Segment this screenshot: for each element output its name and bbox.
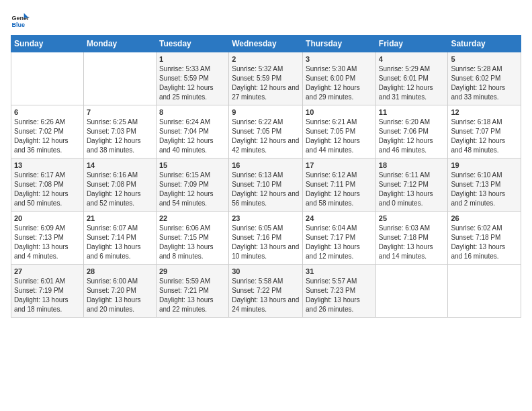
day-number: 2 xyxy=(232,55,300,63)
calendar-cell: 18Sunrise: 6:11 AMSunset: 7:12 PMDayligh… xyxy=(375,158,448,212)
day-number: 9 xyxy=(232,108,300,116)
day-info: Sunrise: 6:01 AMSunset: 7:19 PMDaylight:… xyxy=(14,277,81,314)
day-info: Sunrise: 6:20 AMSunset: 7:06 PMDaylight:… xyxy=(379,118,445,155)
day-number: 4 xyxy=(379,55,445,63)
day-number: 31 xyxy=(306,267,373,275)
weekday-header: Wednesday xyxy=(229,36,303,52)
day-number: 23 xyxy=(232,214,300,222)
day-info: Sunrise: 6:12 AMSunset: 7:11 PMDaylight:… xyxy=(306,171,373,208)
day-info: Sunrise: 5:32 AMSunset: 5:59 PMDaylight:… xyxy=(232,64,300,102)
day-info: Sunrise: 6:04 AMSunset: 7:17 PMDaylight:… xyxy=(306,224,373,261)
calendar-week-row: 13Sunrise: 6:17 AMSunset: 7:08 PMDayligh… xyxy=(11,158,521,212)
day-number: 14 xyxy=(87,161,153,169)
calendar-cell: 28Sunrise: 6:00 AMSunset: 7:20 PMDayligh… xyxy=(83,265,156,318)
calendar-cell: 3Sunrise: 5:30 AMSunset: 6:00 PMDaylight… xyxy=(303,52,376,105)
day-number: 21 xyxy=(87,214,153,222)
logo-icon: General Blue xyxy=(11,11,30,30)
calendar-cell: 25Sunrise: 6:03 AMSunset: 7:18 PMDayligh… xyxy=(375,212,448,265)
day-info: Sunrise: 6:05 AMSunset: 7:16 PMDaylight:… xyxy=(232,224,300,261)
weekday-header: Friday xyxy=(375,36,448,52)
weekday-header: Sunday xyxy=(11,36,84,52)
day-info: Sunrise: 5:28 AMSunset: 6:02 PMDaylight:… xyxy=(451,64,518,102)
calendar-cell: 26Sunrise: 6:02 AMSunset: 7:18 PMDayligh… xyxy=(448,212,521,265)
page-header: General Blue xyxy=(11,11,521,30)
day-info: Sunrise: 6:25 AMSunset: 7:03 PMDaylight:… xyxy=(87,118,153,155)
day-number: 6 xyxy=(14,108,81,116)
day-number: 20 xyxy=(14,214,81,222)
logo: General Blue xyxy=(11,11,30,30)
day-info: Sunrise: 6:03 AMSunset: 7:18 PMDaylight:… xyxy=(379,224,445,261)
calendar-cell xyxy=(11,52,84,105)
day-number: 22 xyxy=(159,214,226,222)
day-info: Sunrise: 6:21 AMSunset: 7:05 PMDaylight:… xyxy=(306,118,373,155)
calendar-cell: 5Sunrise: 5:28 AMSunset: 6:02 PMDaylight… xyxy=(448,52,521,105)
calendar-cell xyxy=(375,265,448,318)
day-number: 7 xyxy=(87,108,153,116)
day-number: 11 xyxy=(379,108,445,116)
day-number: 19 xyxy=(451,161,518,169)
day-number: 5 xyxy=(451,55,518,63)
calendar-cell: 13Sunrise: 6:17 AMSunset: 7:08 PMDayligh… xyxy=(11,158,84,212)
day-number: 10 xyxy=(306,108,373,116)
day-info: Sunrise: 6:06 AMSunset: 7:15 PMDaylight:… xyxy=(159,224,226,261)
day-number: 26 xyxy=(451,214,518,222)
day-info: Sunrise: 6:26 AMSunset: 7:02 PMDaylight:… xyxy=(14,118,81,155)
weekday-header: Monday xyxy=(83,36,156,52)
calendar-cell: 27Sunrise: 6:01 AMSunset: 7:19 PMDayligh… xyxy=(11,265,84,318)
calendar-cell: 22Sunrise: 6:06 AMSunset: 7:15 PMDayligh… xyxy=(156,212,228,265)
day-number: 13 xyxy=(14,161,81,169)
calendar-cell: 7Sunrise: 6:25 AMSunset: 7:03 PMDaylight… xyxy=(83,105,156,158)
day-number: 12 xyxy=(451,108,518,116)
day-number: 29 xyxy=(159,267,226,275)
calendar-cell: 17Sunrise: 6:12 AMSunset: 7:11 PMDayligh… xyxy=(303,158,376,212)
svg-text:Blue: Blue xyxy=(11,21,25,28)
calendar-cell: 21Sunrise: 6:07 AMSunset: 7:14 PMDayligh… xyxy=(83,212,156,265)
calendar-cell: 4Sunrise: 5:29 AMSunset: 6:01 PMDaylight… xyxy=(375,52,448,105)
day-info: Sunrise: 5:59 AMSunset: 7:21 PMDaylight:… xyxy=(159,277,226,314)
calendar-cell: 23Sunrise: 6:05 AMSunset: 7:16 PMDayligh… xyxy=(229,212,303,265)
day-number: 16 xyxy=(232,161,300,169)
calendar-cell: 12Sunrise: 6:18 AMSunset: 7:07 PMDayligh… xyxy=(448,105,521,158)
calendar-cell: 1Sunrise: 5:33 AMSunset: 5:59 PMDaylight… xyxy=(156,52,228,105)
day-number: 27 xyxy=(14,267,81,275)
calendar-cell: 31Sunrise: 5:57 AMSunset: 7:23 PMDayligh… xyxy=(303,265,376,318)
day-number: 1 xyxy=(159,55,226,63)
calendar-week-row: 1Sunrise: 5:33 AMSunset: 5:59 PMDaylight… xyxy=(11,52,521,105)
day-number: 18 xyxy=(379,161,445,169)
day-number: 3 xyxy=(306,55,373,63)
calendar-cell: 6Sunrise: 6:26 AMSunset: 7:02 PMDaylight… xyxy=(11,105,84,158)
calendar-cell: 11Sunrise: 6:20 AMSunset: 7:06 PMDayligh… xyxy=(375,105,448,158)
day-info: Sunrise: 5:58 AMSunset: 7:22 PMDaylight:… xyxy=(232,277,300,314)
calendar-cell xyxy=(83,52,156,105)
day-info: Sunrise: 6:22 AMSunset: 7:05 PMDaylight:… xyxy=(232,118,300,155)
calendar-cell: 8Sunrise: 6:24 AMSunset: 7:04 PMDaylight… xyxy=(156,105,228,158)
weekday-header-row: SundayMondayTuesdayWednesdayThursdayFrid… xyxy=(11,36,521,52)
calendar-week-row: 27Sunrise: 6:01 AMSunset: 7:19 PMDayligh… xyxy=(11,265,521,318)
day-info: Sunrise: 6:00 AMSunset: 7:20 PMDaylight:… xyxy=(87,277,153,314)
day-info: Sunrise: 5:29 AMSunset: 6:01 PMDaylight:… xyxy=(379,64,445,102)
day-number: 30 xyxy=(232,267,300,275)
day-info: Sunrise: 6:02 AMSunset: 7:18 PMDaylight:… xyxy=(451,224,518,261)
day-info: Sunrise: 5:30 AMSunset: 6:00 PMDaylight:… xyxy=(306,64,373,102)
calendar-cell: 16Sunrise: 6:13 AMSunset: 7:10 PMDayligh… xyxy=(229,158,303,212)
calendar-cell: 2Sunrise: 5:32 AMSunset: 5:59 PMDaylight… xyxy=(229,52,303,105)
day-number: 25 xyxy=(379,214,445,222)
day-info: Sunrise: 6:09 AMSunset: 7:13 PMDaylight:… xyxy=(14,224,81,261)
calendar-table: SundayMondayTuesdayWednesdayThursdayFrid… xyxy=(11,35,521,318)
day-info: Sunrise: 6:07 AMSunset: 7:14 PMDaylight:… xyxy=(87,224,153,261)
day-number: 24 xyxy=(306,214,373,222)
day-info: Sunrise: 5:33 AMSunset: 5:59 PMDaylight:… xyxy=(159,64,226,102)
calendar-cell xyxy=(448,265,521,318)
calendar-cell: 30Sunrise: 5:58 AMSunset: 7:22 PMDayligh… xyxy=(229,265,303,318)
calendar-cell: 19Sunrise: 6:10 AMSunset: 7:13 PMDayligh… xyxy=(448,158,521,212)
calendar-cell: 20Sunrise: 6:09 AMSunset: 7:13 PMDayligh… xyxy=(11,212,84,265)
calendar-cell: 29Sunrise: 5:59 AMSunset: 7:21 PMDayligh… xyxy=(156,265,228,318)
day-info: Sunrise: 6:18 AMSunset: 7:07 PMDaylight:… xyxy=(451,118,518,155)
calendar-cell: 24Sunrise: 6:04 AMSunset: 7:17 PMDayligh… xyxy=(303,212,376,265)
weekday-header: Tuesday xyxy=(156,36,228,52)
day-info: Sunrise: 6:13 AMSunset: 7:10 PMDaylight:… xyxy=(232,171,300,208)
day-info: Sunrise: 6:15 AMSunset: 7:09 PMDaylight:… xyxy=(159,171,226,208)
weekday-header: Saturday xyxy=(448,36,521,52)
day-info: Sunrise: 6:16 AMSunset: 7:08 PMDaylight:… xyxy=(87,171,153,208)
calendar-week-row: 20Sunrise: 6:09 AMSunset: 7:13 PMDayligh… xyxy=(11,212,521,265)
